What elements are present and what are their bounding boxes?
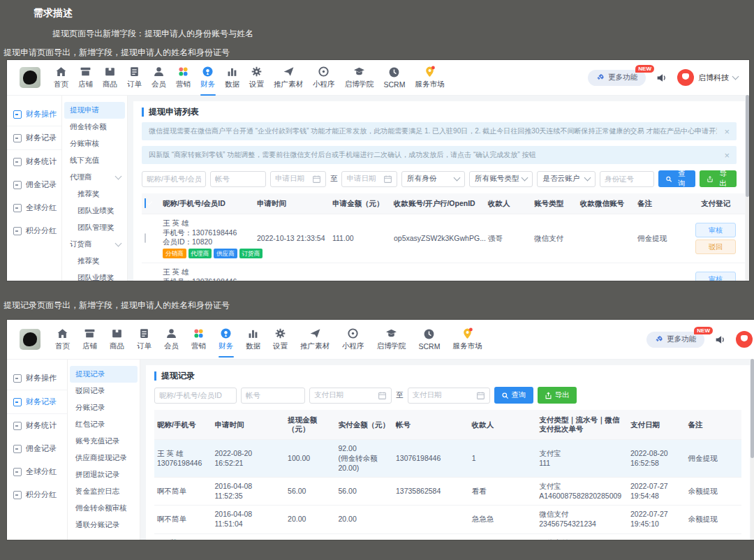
nav-tab-home[interactable]: 首页 [49,66,73,89]
nav-tab-data[interactable]: 数据 [220,66,244,89]
nav-tab-miniprogram[interactable]: 小程序 [336,327,371,351]
nav-tab-scrm[interactable]: SCRM [379,66,411,89]
nav-tab-orders[interactable]: 订单 [122,66,147,89]
reject-button[interactable]: 驳回 [695,240,736,254]
date-to-picker[interactable]: 支付日期 [408,388,490,404]
account-input[interactable] [241,388,305,404]
audit-button[interactable]: 审核 [695,223,736,237]
sidebar-item-commission[interactable]: 佣金记录 [7,437,67,460]
nav-tab-marketing[interactable]: 营销 [185,327,212,351]
account-type-select[interactable]: 所有账号类型 [469,171,533,187]
identity-select[interactable]: 所有身份 [401,171,465,187]
nav-tab-members[interactable]: 会员 [158,327,185,351]
row-checkbox[interactable] [145,233,146,243]
scrollbar[interactable] [751,359,754,540]
submenu-item[interactable]: 拼团退款记录 [68,466,140,483]
scrollbar[interactable] [746,95,749,281]
sidebar-item-global-dividend[interactable]: 全球分红 [7,460,67,483]
account-menu[interactable] [736,331,753,348]
nav-tab-finance[interactable]: 财务 [195,66,220,89]
submenu-withdraw-record[interactable]: 提现记录 [70,366,138,383]
nav-tab-finance[interactable]: 财务 [212,327,239,351]
cloud-account-select[interactable]: 是否云账户 [537,171,596,187]
submenu-item[interactable]: 团队业绩奖 [62,202,127,219]
nav-tab-goods[interactable]: 商品 [103,327,131,351]
sidebar-item-finance-stats[interactable]: 财务统计 [7,150,61,173]
nav-tab-settings[interactable]: 设置 [267,327,294,351]
sidebar-item-points-dividend[interactable]: 积分分红 [7,483,67,506]
nav-tab-shop[interactable]: 店铺 [73,66,98,89]
export-button[interactable]: 导出 [538,387,577,404]
account-menu[interactable]: 启博科技 [677,69,738,86]
submenu-item[interactable]: 资金监控日志 [68,483,140,500]
keyword-input[interactable] [154,388,237,404]
nav-tab-label: 商品 [110,341,124,351]
submenu-item[interactable]: 推荐奖 [62,186,127,202]
submenu-item[interactable]: 推荐奖 [62,253,127,270]
nav-tab-service-market[interactable]: 服务市场 [410,66,449,89]
submenu-item[interactable]: 通联分账记录 [68,517,140,533]
nav-tab-settings[interactable]: 设置 [244,66,269,89]
date-to-picker[interactable]: 申请日期 [341,171,397,187]
submenu-group-agent[interactable]: 代理商 [62,169,127,186]
more-features-label: 更多功能 [667,334,696,344]
nav-tab-service-market[interactable]: 服务市场 [446,327,488,351]
nav-tab-promo-material[interactable]: 推广素材 [269,66,308,89]
more-features-button[interactable]: 更多功能NEW [646,332,704,348]
submenu-item[interactable]: 线下充值 [62,152,127,169]
submenu-item[interactable]: 分账审核 [62,135,127,152]
submenu-item[interactable]: 佣金转余额 [62,119,127,135]
nav-tab-data[interactable]: 数据 [239,327,267,351]
export-button[interactable]: 导出 [700,170,737,187]
nav-tab-academy[interactable]: 启博学院 [371,327,413,351]
date-from-picker[interactable]: 支付日期 [309,388,392,404]
close-icon[interactable]: × [724,126,730,137]
sidebar-item-finance-stats[interactable]: 财务统计 [7,414,67,437]
select-all-checkbox[interactable] [145,198,146,208]
nav-tab-members[interactable]: 会员 [147,66,171,89]
date-range-to-label: 至 [330,174,338,184]
sidebar-item-commission[interactable]: 佣金记录 [7,173,61,196]
announcement-speaker-icon[interactable] [656,72,667,84]
date-from-picker[interactable]: 申请日期 [270,171,326,187]
submenu-item[interactable]: 团队业绩奖 [62,270,127,281]
nav-tab-goods[interactable]: 商品 [98,66,122,89]
nav-tab-promo-material[interactable]: 推广素材 [294,327,336,351]
nav-tab-scrm[interactable]: SCRM [413,328,447,351]
more-features-button[interactable]: 更多功能NEW [588,70,646,86]
submenu-item[interactable]: 驳回记录 [68,383,140,399]
nav-tab-orders[interactable]: 订单 [131,327,158,351]
submenu-item[interactable]: 分账记录 [68,399,140,416]
announcement-speaker-icon[interactable] [714,334,726,346]
submenu-item[interactable]: 佣金转余额审核 [68,500,140,517]
nav-tab-miniprogram[interactable]: 小程序 [308,66,340,89]
submenu-item[interactable]: 红包记录 [68,416,140,433]
menu-icon [13,158,22,166]
submenu-item[interactable]: 团队管理奖 [62,219,127,236]
audit-button[interactable]: 审核 [695,272,736,281]
close-icon[interactable]: × [724,150,730,161]
sidebar-item-finance-records[interactable]: 财务记录 [7,126,61,150]
submenu-group-wholesaler[interactable]: 订货商 [62,236,127,253]
submenu-item[interactable]: 账号充值记录 [68,433,140,450]
sidebar-item-finance-records[interactable]: 财务记录 [7,390,67,414]
keyword-input[interactable] [142,171,206,187]
app-logo[interactable] [20,67,40,88]
nav-tab-shop[interactable]: 店铺 [76,327,103,351]
nav-tab-home[interactable]: 首页 [49,327,76,351]
nav-tab-label: 会员 [151,80,166,89]
sidebar-item-global-dividend[interactable]: 全球分红 [7,196,61,219]
search-button[interactable]: 查询 [658,170,695,187]
nav-tab-marketing[interactable]: 营销 [171,66,195,89]
nav-tab-academy[interactable]: 启博学院 [340,66,379,89]
id-number-input[interactable] [600,171,654,187]
search-button[interactable]: 查询 [494,387,533,404]
avatar [736,331,753,348]
sidebar-item-finance-ops[interactable]: 财务操作 [7,103,61,126]
submenu-item[interactable]: 供应商提现记录 [68,450,140,466]
account-input[interactable] [210,171,266,187]
submenu-withdraw-apply[interactable]: 提现申请 [64,102,125,119]
sidebar-item-points-dividend[interactable]: 积分分红 [7,219,61,242]
sidebar-item-finance-ops[interactable]: 财务操作 [7,367,67,390]
app-logo[interactable] [20,329,40,350]
